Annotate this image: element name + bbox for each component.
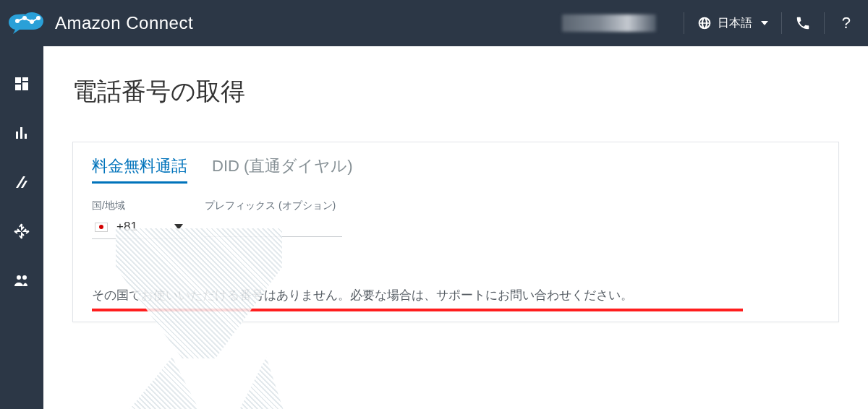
header-divider xyxy=(824,12,825,34)
app-header: Amazon Connect 日本語 ? xyxy=(0,0,868,46)
brand[interactable]: Amazon Connect xyxy=(7,9,193,38)
user-identity-redacted xyxy=(562,14,656,32)
screenshot-artifact xyxy=(116,228,282,358)
language-label: 日本語 xyxy=(718,16,752,31)
metrics-icon[interactable] xyxy=(13,124,30,142)
amazon-connect-logo-icon xyxy=(7,9,45,38)
prefix-label: プレフィックス (オプション) xyxy=(205,199,342,212)
help-icon[interactable]: ? xyxy=(838,14,855,33)
phone-icon[interactable] xyxy=(795,15,811,31)
header-right-section: 日本語 ? xyxy=(562,12,855,34)
number-type-tabs: 料金無料通話 DID (直通ダイヤル) xyxy=(73,142,838,191)
header-divider xyxy=(781,12,782,34)
page-title: 電話番号の取得 xyxy=(72,75,839,108)
language-picker[interactable]: 日本語 xyxy=(697,16,768,31)
main-content: 電話番号の取得 料金無料通話 DID (直通ダイヤル) 国/地域 +81 プレフ… xyxy=(43,46,868,409)
globe-icon xyxy=(697,16,712,30)
screenshot-artifact xyxy=(116,357,304,409)
caret-down-icon xyxy=(761,21,768,25)
tab-did[interactable]: DID (直通ダイヤル) xyxy=(212,155,353,184)
country-label: 国/地域 xyxy=(92,199,186,212)
header-divider xyxy=(684,12,684,34)
flag-jp-icon xyxy=(95,223,108,232)
users-icon[interactable] xyxy=(13,272,30,289)
integrations-icon[interactable] xyxy=(13,223,30,240)
sidebar-nav xyxy=(0,46,43,409)
brand-title: Amazon Connect xyxy=(55,13,193,33)
routing-icon[interactable] xyxy=(13,173,30,191)
dashboard-icon[interactable] xyxy=(13,75,30,92)
tab-toll-free[interactable]: 料金無料通話 xyxy=(92,155,187,184)
